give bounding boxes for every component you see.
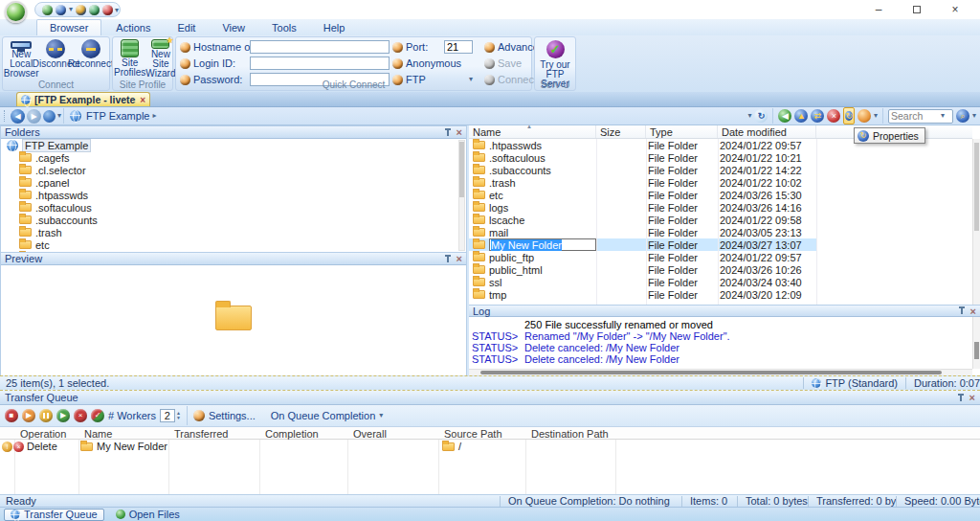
pin-icon[interactable] (957, 394, 965, 402)
tab-actions[interactable]: Actions (103, 20, 163, 35)
close-button[interactable]: × (936, 3, 974, 16)
file-row[interactable]: sslFile Folder2024/03/24 03:40 (469, 276, 816, 288)
tree-root[interactable]: FTP Example (1, 139, 466, 151)
column-destination-path[interactable]: Destination Path (531, 428, 609, 440)
search-arrow-icon[interactable]: ▾ (941, 112, 945, 120)
close-icon[interactable]: × (457, 127, 462, 137)
tree-item[interactable]: .subaccounts (1, 214, 466, 226)
close-icon[interactable]: × (457, 254, 462, 263)
tree-scrollbar[interactable] (458, 140, 465, 251)
log-horizontal-scrollbar[interactable] (469, 369, 972, 375)
file-row[interactable]: etcFile Folder2024/03/26 15:30 (469, 189, 816, 201)
column-completion[interactable]: Completion (265, 428, 319, 440)
tree-item[interactable]: .cl.selector (1, 164, 466, 176)
search-button[interactable]: ⌕ (956, 109, 969, 123)
file-row[interactable]: lscacheFile Folder2024/01/22 09:58 (469, 214, 816, 226)
more-actions-button[interactable] (858, 109, 871, 123)
hostname-input[interactable] (250, 40, 390, 54)
file-row[interactable]: mailFile Folder2024/03/05 23:13 (469, 226, 816, 238)
queue-pause-button[interactable] (39, 409, 53, 422)
file-row[interactable]: logsFile Folder2024/03/26 14:16 (469, 201, 816, 214)
tree-item[interactable]: .htpasswds (1, 189, 466, 201)
on-queue-completion-dropdown[interactable]: On Queue Completion (271, 410, 375, 421)
history-arrow-icon[interactable]: ▾ (57, 112, 61, 120)
new-site-wizard-button[interactable]: ★ New Site Wizard (145, 39, 175, 79)
reconnect-button[interactable]: Reconnect (74, 39, 107, 79)
search-options-arrow-icon[interactable]: ▾ (972, 112, 976, 120)
column-transferred[interactable]: Transferred (174, 428, 228, 440)
pin-icon[interactable] (444, 255, 452, 263)
queue-stop-button[interactable]: ■ (5, 409, 18, 422)
file-row[interactable]: .softaculousFile Folder2024/01/22 10:21 (469, 151, 816, 164)
column-size[interactable]: Size (596, 125, 646, 138)
maximize-button[interactable] (898, 3, 936, 16)
on-queue-completion-arrow-icon[interactable]: ▾ (379, 412, 383, 419)
port-input[interactable] (444, 40, 473, 54)
scrollbar-thumb[interactable] (480, 371, 942, 374)
chevron-down-icon[interactable]: ▾ (69, 6, 73, 13)
settings-button[interactable]: Settings... (209, 410, 256, 421)
tab-browser[interactable]: Browser (36, 19, 101, 35)
queue-start-button[interactable]: ▶ (56, 409, 70, 422)
qat-globe-icon[interactable] (89, 5, 100, 15)
tab-close-icon[interactable]: × (140, 95, 145, 105)
qat-connect-icon[interactable] (42, 5, 53, 15)
file-row[interactable]: public_ftpFile Folder2024/01/22 09:57 (469, 251, 816, 263)
tab-help[interactable]: Help (311, 20, 358, 35)
file-row-selected[interactable]: My New Folder File Folder 2024/03/27 13:… (469, 238, 816, 251)
queue-row[interactable]: ! × Delete My New Folder / (0, 440, 980, 453)
log-vertical-scrollbar[interactable] (972, 317, 980, 369)
column-name[interactable]: Name (84, 428, 112, 440)
more-actions-arrow-icon[interactable]: ▾ (874, 112, 878, 120)
breadcrumb[interactable]: FTP Example (86, 110, 149, 122)
transfer-button[interactable]: ⇄ (811, 109, 824, 123)
queue-retry-button[interactable]: ✓ (91, 409, 104, 422)
queue-cancel-button[interactable]: × (74, 409, 87, 422)
tree-item[interactable]: .cpanel (1, 176, 466, 189)
tree-item[interactable]: .trash (1, 226, 466, 238)
tree-item[interactable]: .softaculous (1, 201, 466, 214)
tab-transfer-queue[interactable]: Transfer Queue (4, 509, 104, 521)
pin-icon[interactable] (444, 128, 452, 137)
pin-icon[interactable] (958, 306, 966, 315)
qat-site-icon[interactable] (76, 5, 86, 15)
overflow-arrow-icon[interactable]: ▾ (747, 112, 751, 120)
up-level-button[interactable]: ◀ (778, 109, 791, 123)
column-operation[interactable]: Operation (20, 428, 66, 440)
workers-stepper[interactable]: 2 ▲▼ (160, 409, 181, 422)
app-menu-button[interactable] (5, 1, 27, 23)
tab-view[interactable]: View (210, 20, 257, 35)
queue-skip-button[interactable]: ▶ (22, 409, 35, 422)
column-date-modified[interactable]: Date modified (718, 125, 816, 138)
tab-tools[interactable]: Tools (259, 20, 309, 35)
file-row[interactable]: .htpasswdsFile Folder2024/01/22 09:57 (469, 139, 816, 151)
history-button[interactable] (43, 110, 56, 123)
tab-open-files[interactable]: Open Files (110, 509, 186, 521)
qat-stop-icon[interactable] (102, 5, 113, 15)
file-row[interactable]: .subaccountsFile Folder2024/01/22 14:22 (469, 164, 816, 176)
file-row[interactable]: .trashFile Folder2024/01/22 10:02 (469, 176, 816, 189)
tree-item[interactable]: etc (1, 238, 466, 251)
search-input[interactable] (891, 110, 941, 122)
workers-value[interactable]: 2 (160, 409, 175, 422)
spin-down-icon[interactable]: ▼ (176, 416, 181, 420)
forward-button[interactable]: ▶ (27, 109, 41, 124)
rename-input[interactable]: My New Folder (489, 238, 596, 251)
scrollbar-thumb[interactable] (974, 342, 979, 359)
scrollbar-thumb[interactable] (974, 143, 979, 231)
folder-up-button[interactable]: ▲ (794, 109, 808, 123)
column-type[interactable]: Type (646, 125, 718, 138)
cancel-button[interactable]: × (827, 109, 840, 123)
column-name[interactable]: ▲Name (469, 125, 596, 138)
site-profiles-button[interactable]: Site Profiles (114, 39, 145, 79)
refresh-button[interactable]: ↻ (754, 109, 768, 123)
minimize-button[interactable]: – (859, 3, 898, 16)
qat-save-icon[interactable] (56, 5, 66, 15)
tab-edit[interactable]: Edit (165, 20, 208, 35)
back-button[interactable]: ◀ (11, 109, 25, 124)
scrollbar-thumb[interactable] (459, 142, 464, 197)
column-overall[interactable]: Overall (353, 428, 387, 440)
search-box[interactable]: ▾ (888, 109, 953, 124)
close-icon[interactable]: × (969, 393, 975, 402)
anonymous-button[interactable]: Anonymous (392, 57, 461, 70)
